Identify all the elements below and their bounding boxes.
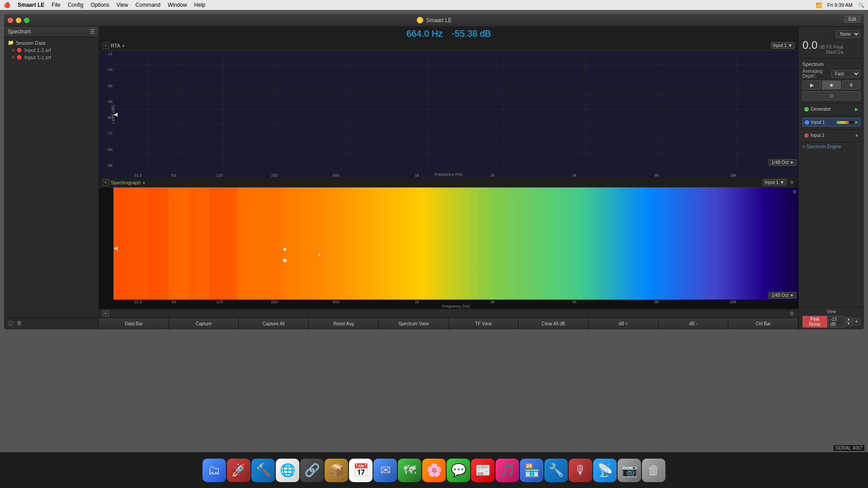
generator-row[interactable]: Generator ▶ xyxy=(802,105,860,113)
delete-icon[interactable]: 🗑 xyxy=(17,320,22,328)
main-content: 664.0 Hz -55.38 dB ✕ RTA ▼ Input 1 xyxy=(99,27,798,329)
dock-archive[interactable]: 📦 xyxy=(325,459,348,482)
wifi-icon: 📶 xyxy=(816,2,822,8)
bottom-close-button[interactable]: ✕ xyxy=(103,310,109,317)
dock-finder[interactable]: 🗂 xyxy=(203,459,226,482)
rta-octave-badge[interactable]: 1/48 Oct ▼ xyxy=(769,159,797,166)
dock-xcode[interactable]: 🔨 xyxy=(251,459,275,482)
input2-row[interactable]: Input 2 ▶ xyxy=(802,131,860,139)
serial-badge: SERIAL 4067 xyxy=(834,445,864,451)
dock-trash[interactable]: 🗑 xyxy=(642,459,665,482)
spectrograph-input-selector[interactable]: Input 1 ▼ xyxy=(763,179,787,186)
window-title: Smaart LE xyxy=(426,17,452,23)
sidebar-item-input12[interactable]: ✕ 🔴 Input 1-2.srf xyxy=(4,47,99,54)
search-icon[interactable]: 🔍 xyxy=(858,2,864,8)
app-name[interactable]: Smaart LE xyxy=(18,2,44,8)
generator-play-icon[interactable]: ▶ xyxy=(855,107,859,112)
y-label-6: -84 xyxy=(100,147,113,152)
menu-command[interactable]: Command xyxy=(136,2,160,8)
toolbar-db-minus[interactable]: dB - xyxy=(659,318,729,329)
spectrum-settings-btn[interactable]: ⚙ xyxy=(802,91,860,100)
x-label-7: 4k xyxy=(572,173,577,178)
rta-close-button[interactable]: ✕ xyxy=(103,42,109,49)
toolbar-tf-view[interactable]: TF View xyxy=(449,318,519,329)
transport-stop[interactable]: ■ xyxy=(822,80,840,89)
db-down-arrow[interactable]: ▼ xyxy=(845,322,852,326)
dock-news[interactable]: 📰 xyxy=(471,459,495,482)
db-up-arrow[interactable]: ▲ xyxy=(845,317,852,322)
dock-xcode2[interactable]: 🔧 xyxy=(544,459,568,482)
minimize-button[interactable] xyxy=(16,18,21,23)
apple-menu[interactable]: 🍎 xyxy=(4,2,10,8)
menu-help[interactable]: Help xyxy=(194,2,206,8)
rta-input-selector[interactable]: Input 1 ▼ xyxy=(771,42,795,49)
dock-photos2[interactable]: 📷 xyxy=(618,459,641,482)
maximize-button[interactable] xyxy=(24,18,29,23)
averaging-depth-select[interactable]: Fast Medium Slow xyxy=(831,70,860,78)
toolbar-capture[interactable]: Capture xyxy=(169,318,239,329)
sidebar-item-input11[interactable]: ✕ 🔴 Input 1-1.srf xyxy=(4,54,99,61)
spectro-octave-badge[interactable]: 1/48 Oct ▼ xyxy=(769,292,797,299)
toolbar-clear-all-db[interactable]: Clear All dB xyxy=(519,318,589,329)
input2-play-icon[interactable]: ▶ xyxy=(856,133,859,137)
toolbar-ctrl-bar[interactable]: Ctrl Bar xyxy=(728,318,798,329)
menu-config[interactable]: Config xyxy=(68,2,84,8)
spectro-level-indicator[interactable]: ◀ xyxy=(113,245,118,251)
dock-mail[interactable]: ✉ xyxy=(373,459,397,482)
add-spectrum-engine[interactable]: + Spectrum Engine xyxy=(799,142,864,151)
level-max-dot[interactable]: ● xyxy=(841,50,844,55)
dock-photos[interactable]: 🌸 xyxy=(422,459,446,482)
toolbar-reset-avg[interactable]: Reset Avg xyxy=(309,318,379,329)
toolbar-spectrum-view[interactable]: Spectrum View xyxy=(379,318,449,329)
close-button[interactable] xyxy=(8,18,13,23)
menu-file[interactable]: File xyxy=(52,2,60,8)
svg-point-25 xyxy=(283,258,287,262)
dock-linein[interactable]: 🎙 xyxy=(569,459,592,482)
dock-network[interactable]: 🔗 xyxy=(300,459,324,482)
dock-chrome[interactable]: 🌐 xyxy=(276,459,299,482)
info-icon[interactable]: ⓘ xyxy=(8,320,13,328)
spectro-dropdown-icon[interactable]: ▼ xyxy=(142,181,146,185)
level-max: Max 0.0 ● xyxy=(819,50,843,55)
sx-label-5: 1k xyxy=(415,300,420,304)
dock-maps[interactable]: 🗺 xyxy=(398,459,421,482)
dock-music[interactable]: 🎵 xyxy=(495,459,519,482)
dock-appstore[interactable]: 🏪 xyxy=(520,459,543,482)
menu-window[interactable]: Window xyxy=(168,2,187,8)
x-label-1: 63 xyxy=(172,173,176,178)
rta-dropdown-icon[interactable]: ▼ xyxy=(121,44,125,48)
rta-chart: -12 -24 -36 -48 -60 -72 -84 -96 Level (d… xyxy=(99,51,798,178)
menu-view[interactable]: View xyxy=(117,2,128,8)
spectrograph-close-button[interactable]: ✕ xyxy=(103,179,109,186)
toolbar: Data Bar Capture Capture All Reset Avg S… xyxy=(99,318,798,329)
rta-level-indicator[interactable]: ◀ xyxy=(113,111,118,117)
input1-play-icon[interactable]: ▶ xyxy=(855,120,858,124)
dock-messages[interactable]: 💬 xyxy=(447,459,470,482)
edit-button[interactable]: Edit xyxy=(844,16,860,23)
spectrograph-panel: ✕ Spectrograph ▼ Input 1 ▼ ⚙ xyxy=(99,178,798,309)
toolbar-capture-all[interactable]: Capture All xyxy=(239,318,309,329)
pink-noise-add[interactable]: + xyxy=(853,318,860,325)
session-data-folder[interactable]: 📁 Session Data xyxy=(4,39,99,47)
transport-play[interactable]: ▶ xyxy=(802,80,821,89)
toolbar-db-plus[interactable]: dB + xyxy=(589,318,659,329)
dock-launchpad[interactable]: 🚀 xyxy=(227,459,250,482)
generator-dot xyxy=(804,107,809,112)
pink-noise-button[interactable]: Pink Noise xyxy=(802,316,827,328)
bottom-settings-button[interactable]: ⚙ xyxy=(788,310,795,317)
spectrograph-settings-button[interactable]: ⚙ xyxy=(788,179,795,186)
spectro-chart-settings[interactable]: ⚙ xyxy=(791,188,797,195)
input-dropdown-icon: ▼ xyxy=(788,43,793,48)
transport-pause[interactable]: ⏸ xyxy=(842,80,860,89)
input1-row[interactable]: Input 1 ▶ xyxy=(802,118,860,127)
dock-wifi[interactable]: 📡 xyxy=(593,459,617,482)
pink-noise-db: -13 dB xyxy=(828,316,844,328)
menubar: 🍎 Smaart LE File Config Options View Com… xyxy=(0,0,868,10)
sidebar-menu-icon[interactable]: ☰ xyxy=(90,28,95,35)
none-dropdown[interactable]: None xyxy=(836,30,860,38)
dock-calendar[interactable]: 📅 xyxy=(349,459,373,482)
y-label-1: -24 xyxy=(100,67,113,72)
svg-rect-20 xyxy=(113,188,148,300)
menu-options[interactable]: Options xyxy=(90,2,109,8)
toolbar-data-bar[interactable]: Data Bar xyxy=(99,318,169,329)
